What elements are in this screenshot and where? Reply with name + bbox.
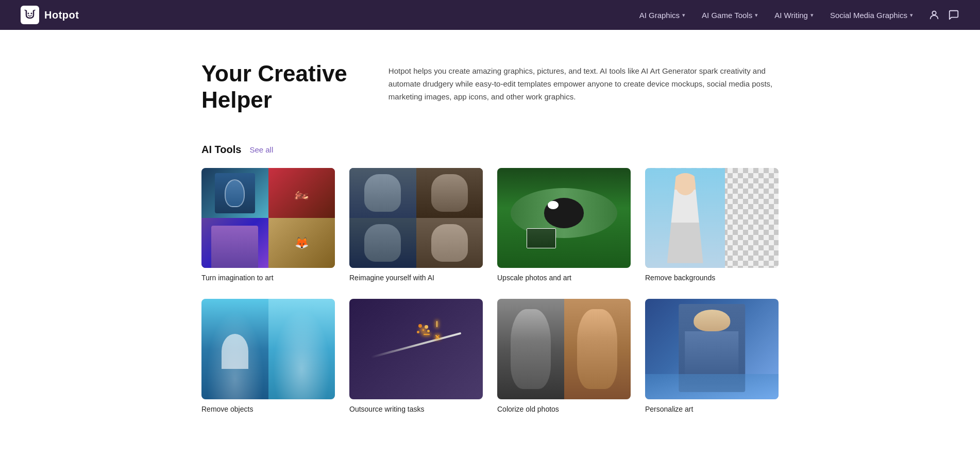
tool-card-colorize[interactable]: Colorize old photos [497, 299, 631, 413]
tool-card-personalize[interactable]: Personalize art [645, 299, 779, 413]
section-header: AI Tools See all [201, 144, 779, 156]
tool-image-art-generator: 🏍️ 🦊 [201, 168, 335, 268]
tool-image-upscale [497, 168, 631, 268]
ai-tools-section: AI Tools See all [201, 144, 779, 414]
tool-card-remove-obj[interactable]: Remove objects [201, 299, 335, 413]
tool-card-art-generator[interactable]: 🏍️ 🦊 [201, 168, 335, 282]
svg-point-0 [28, 13, 29, 14]
tool-image-reimagine [349, 168, 483, 268]
brand[interactable]: Hotpot [21, 6, 79, 24]
tool-label-personalize: Personalize art [645, 405, 693, 413]
section-title: AI Tools [201, 144, 241, 156]
hero-title-block: Your Creative Helper [201, 61, 347, 113]
main-content: Your Creative Helper Hotpot helps you cr… [181, 30, 799, 455]
hero-title: Your Creative Helper [201, 61, 347, 113]
nav-ai-writing[interactable]: AI Writing ▾ [767, 7, 821, 24]
chevron-down-icon: ▾ [810, 12, 814, 19]
chevron-down-icon: ▾ [755, 12, 758, 19]
hero-description-block: Hotpot helps you create amazing graphics… [388, 61, 779, 103]
tool-label-remove-bg: Remove backgrounds [645, 274, 715, 282]
tool-card-writing[interactable]: Outsource writing tasks [349, 299, 483, 413]
nav-ai-game-tools[interactable]: AI Game Tools ▾ [695, 7, 765, 24]
nav-ai-graphics[interactable]: AI Graphics ▾ [632, 7, 692, 24]
chat-icon[interactable] [948, 9, 959, 21]
tool-label-art-generator: Turn imagination to art [201, 274, 274, 282]
navbar: Hotpot AI Graphics ▾ AI Game Tools ▾ AI … [0, 0, 980, 30]
tool-image-personalize [645, 299, 779, 399]
brand-name: Hotpot [44, 9, 79, 21]
tool-image-colorize [497, 299, 631, 399]
svg-point-2 [932, 11, 936, 15]
chevron-down-icon: ▾ [910, 12, 913, 19]
tool-label-remove-obj: Remove objects [201, 405, 253, 413]
see-all-link[interactable]: See all [249, 145, 273, 154]
navbar-icons [928, 9, 959, 21]
tool-label-reimagine: Reimagine yourself with AI [349, 274, 434, 282]
tool-image-remove-bg [645, 168, 779, 268]
chevron-down-icon: ▾ [682, 12, 685, 19]
user-icon[interactable] [928, 9, 940, 21]
navbar-nav: AI Graphics ▾ AI Game Tools ▾ AI Writing… [632, 7, 920, 24]
brand-icon [21, 6, 39, 24]
tool-label-colorize: Colorize old photos [497, 405, 559, 413]
tools-grid: 🏍️ 🦊 [201, 168, 779, 414]
hero-description: Hotpot helps you create amazing graphics… [388, 65, 779, 103]
nav-social-media-graphics[interactable]: Social Media Graphics ▾ [823, 7, 920, 24]
tool-label-writing: Outsource writing tasks [349, 405, 425, 413]
hero-section: Your Creative Helper Hotpot helps you cr… [201, 61, 779, 113]
tool-card-upscale[interactable]: Upscale photos and art [497, 168, 631, 282]
tool-image-remove-obj [201, 299, 335, 399]
svg-point-1 [31, 13, 32, 14]
tool-label-upscale: Upscale photos and art [497, 274, 571, 282]
tool-image-writing [349, 299, 483, 399]
tool-card-reimagine[interactable]: Reimagine yourself with AI [349, 168, 483, 282]
tool-card-remove-bg[interactable]: Remove backgrounds [645, 168, 779, 282]
